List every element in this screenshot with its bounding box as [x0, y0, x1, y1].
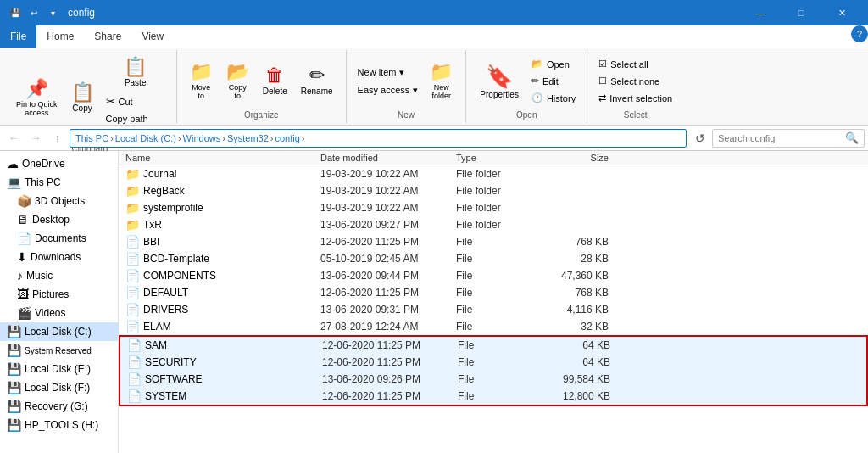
rename-btn[interactable]: ✏ Rename — [295, 62, 339, 100]
history-btn[interactable]: 🕐 History — [527, 90, 580, 106]
header-name[interactable]: Name — [125, 153, 320, 163]
search-input[interactable] — [718, 133, 845, 143]
table-row[interactable]: 📁systemprofile 19-03-2019 10:22 AM File … — [119, 199, 868, 216]
table-row[interactable]: 📄DEFAULT 12-06-2020 11:25 PM File 768 KB — [119, 284, 868, 301]
selectnone-btn[interactable]: ☐ Select none — [594, 73, 676, 89]
sidebar-item-hptools[interactable]: 💾 HP_TOOLS (H:) — [0, 416, 118, 434]
easyaccess-btn[interactable]: Easy access ▾ — [353, 82, 423, 98]
sidebar-item-music[interactable]: ♪ Music — [0, 266, 118, 285]
forward-btn[interactable]: → — [25, 128, 46, 148]
minimize-btn[interactable]: — — [741, 0, 780, 25]
file-date: 12-06-2020 11:25 PM — [322, 390, 458, 402]
undo-qa-btn[interactable]: ↩ — [25, 4, 42, 21]
copy-btn[interactable]: 📋 Copy — [65, 79, 100, 117]
sidebar-item-locale[interactable]: 💾 Local Disk (E:) — [0, 360, 118, 378]
maximize-btn[interactable]: □ — [782, 0, 821, 25]
path-config[interactable]: config — [275, 133, 299, 143]
invertsel-btn[interactable]: ⇄ Invert selection — [594, 90, 676, 106]
header-type[interactable]: Type — [456, 153, 541, 163]
sidebar-item-recoveryg[interactable]: 💾 Recovery (G:) — [0, 397, 118, 416]
path-windows[interactable]: Windows — [183, 133, 221, 143]
organize-label: Organize — [244, 109, 279, 120]
back-btn[interactable]: ← — [3, 128, 24, 148]
table-row[interactable]: 📁Journal 19-03-2019 10:22 AM File folder — [119, 165, 868, 182]
tab-home[interactable]: Home — [36, 25, 84, 48]
table-row[interactable]: 📄SOFTWARE 13-06-2020 09:26 PM File 99,58… — [120, 371, 866, 388]
path-thispc[interactable]: This PC — [75, 133, 108, 143]
table-row[interactable]: 📄SYSTEM 12-06-2020 11:25 PM File 12,800 … — [120, 388, 866, 405]
address-path[interactable]: This PC › Local Disk (C:) › Windows › Sy… — [70, 129, 687, 148]
path-sep-4: › — [270, 133, 274, 143]
properties-btn[interactable]: 🔖 Properties — [473, 60, 526, 103]
file-icon: 📄 — [125, 235, 140, 249]
table-row[interactable]: 📄DRIVERS 13-06-2020 09:31 PM File 4,116 … — [119, 301, 868, 318]
file-date: 13-06-2020 09:26 PM — [322, 373, 458, 385]
help-btn[interactable]: ? — [851, 25, 868, 42]
table-row[interactable]: 📄BCD-Template 05-10-2019 02:45 AM File 2… — [119, 250, 868, 267]
table-row[interactable]: 📁TxR 13-06-2020 09:27 PM File folder — [119, 216, 868, 233]
file-type: File — [458, 356, 542, 368]
path-localc[interactable]: Local Disk (C:) — [115, 133, 176, 143]
edit-btn[interactable]: ✏ Edit — [527, 73, 580, 89]
table-row[interactable]: 📄ELAM 27-08-2019 12:24 AM File 32 KB — [119, 318, 868, 335]
copy-path-btn[interactable]: Copy path — [102, 111, 170, 126]
header-date[interactable]: Date modified — [320, 153, 456, 163]
sidebar-item-3dobjects[interactable]: 📦 3D Objects — [0, 192, 118, 210]
sidebar-item-localc[interactable]: 💾 Local Disk (C:) — [0, 322, 118, 341]
sidebar-item-desktop[interactable]: 🖥 Desktop — [0, 210, 118, 229]
table-row[interactable]: 📄BBI 12-06-2020 11:25 PM File 768 KB — [119, 233, 868, 250]
dropdown-qa-btn[interactable]: ▾ — [44, 4, 61, 21]
moveto-btn[interactable]: 📁 Moveto — [184, 59, 219, 104]
file-icon: 📄 — [125, 303, 140, 316]
table-row[interactable]: 📄COMPONENTS 13-06-2020 09:44 PM File 47,… — [119, 267, 868, 284]
sidebar-item-downloads[interactable]: ⬇ Downloads — [0, 248, 118, 266]
localf-icon: 💾 — [7, 381, 21, 394]
tab-file[interactable]: File — [0, 25, 36, 48]
refresh-btn[interactable]: ↺ — [690, 128, 710, 148]
easyaccess-arrow: ▾ — [413, 85, 418, 96]
hptools-label: HP_TOOLS (H:) — [25, 419, 98, 431]
clipboard-group: 📌 Pin to Quickaccess 📋 Copy 📋 Paste — [3, 50, 177, 123]
select-group: ☑ Select all ☐ Select none ⇄ Invert sele… — [587, 50, 683, 123]
table-row[interactable]: 📄SAM 12-06-2020 11:25 PM File 64 KB — [120, 337, 866, 354]
onedrive-icon: ☁ — [7, 157, 19, 171]
localc-icon: 💾 — [7, 325, 21, 338]
pin-quickaccess-btn[interactable]: 📌 Pin to Quickaccess — [10, 76, 64, 121]
tab-view[interactable]: View — [131, 25, 174, 48]
table-row[interactable]: 📁RegBack 19-03-2019 10:22 AM File folder — [119, 182, 868, 199]
save-qa-btn[interactable]: 💾 — [7, 4, 24, 21]
copyto-btn[interactable]: 📂 Copyto — [220, 59, 255, 104]
paste-label: Paste — [125, 78, 147, 87]
3dobjects-icon: 📦 — [17, 194, 31, 208]
search-box[interactable]: 🔍 — [712, 129, 865, 148]
selection-box: 📄SAM 12-06-2020 11:25 PM File 64 KB 📄SEC… — [119, 335, 868, 406]
sidebar-item-documents[interactable]: 📄 Documents — [0, 229, 118, 248]
sidebar-item-onedrive[interactable]: ☁ OneDrive — [0, 154, 118, 173]
localf-label: Local Disk (F:) — [25, 382, 90, 394]
up-btn[interactable]: ↑ — [47, 128, 68, 148]
sidebar-item-videos[interactable]: 🎬 Videos — [0, 304, 118, 322]
thispc-icon: 💻 — [7, 176, 21, 189]
newitem-btn[interactable]: New item ▾ — [353, 64, 423, 81]
cut-btn[interactable]: ✂ Cut — [102, 92, 170, 110]
newfolder-btn[interactable]: 📁 Newfolder — [424, 59, 459, 104]
path-sep-5: › — [302, 133, 305, 143]
table-row[interactable]: 📄SECURITY 12-06-2020 11:25 PM File 64 KB — [120, 354, 866, 371]
close-btn[interactable]: ✕ — [822, 0, 861, 25]
path-system32[interactable]: System32 — [227, 133, 269, 143]
file-icon: 📄 — [125, 269, 140, 282]
delete-btn[interactable]: 🗑 Delete — [257, 62, 293, 100]
header-size[interactable]: Size — [541, 153, 609, 163]
file-size: 99,584 KB — [542, 373, 610, 385]
videos-icon: 🎬 — [17, 306, 31, 320]
sidebar-item-pictures[interactable]: 🖼 Pictures — [0, 285, 118, 304]
sidebar-item-localf[interactable]: 💾 Local Disk (F:) — [0, 378, 118, 397]
desktop-icon: 🖥 — [17, 213, 29, 226]
paste-btn[interactable]: 📋 Paste — [118, 53, 153, 92]
sidebar-item-sysres[interactable]: 💾 System Reserved — [0, 341, 118, 360]
open-btn[interactable]: 📂 Open — [527, 56, 580, 72]
tab-share[interactable]: Share — [84, 25, 131, 48]
sidebar-item-thispc[interactable]: 💻 This PC — [0, 173, 118, 192]
selectall-icon: ☑ — [598, 59, 607, 70]
selectall-btn[interactable]: ☑ Select all — [594, 56, 676, 72]
